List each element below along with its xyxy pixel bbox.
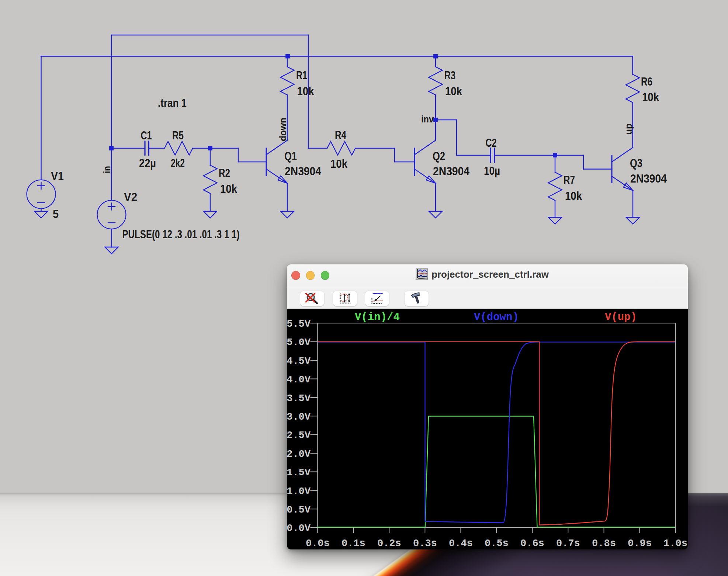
svg-text:0.0s: 0.0s [306, 538, 330, 549]
svg-text:R2: R2 [219, 166, 230, 180]
svg-text:R1: R1 [296, 69, 307, 82]
svg-text:1.0s: 1.0s [663, 538, 687, 549]
svg-text:10k: 10k [445, 84, 462, 98]
svg-text:R3: R3 [444, 69, 455, 82]
svg-text:Q2: Q2 [433, 149, 445, 163]
svg-text:3.0V: 3.0V [287, 412, 311, 423]
svg-text:22µ: 22µ [139, 156, 156, 170]
svg-text:10k: 10k [220, 182, 237, 195]
svg-text:0.8s: 0.8s [592, 538, 616, 549]
svg-text:.tran 1: .tran 1 [158, 96, 187, 110]
svg-text:5: 5 [53, 207, 59, 221]
svg-text:2N3904: 2N3904 [285, 164, 321, 178]
svg-text:R6: R6 [641, 75, 652, 88]
svg-text:10k: 10k [330, 157, 347, 170]
svg-text:4.0V: 4.0V [287, 374, 311, 385]
svg-text:2.5V: 2.5V [287, 430, 311, 441]
svg-text:0.9s: 0.9s [628, 538, 652, 549]
svg-text:V(up): V(up) [605, 311, 637, 323]
svg-text:5.0V: 5.0V [287, 337, 311, 348]
svg-text:1.0V: 1.0V [287, 486, 311, 497]
svg-text:5.5V: 5.5V [287, 319, 311, 330]
svg-text:PULSE(0 12 .3 .01 .01 .3 1 1): PULSE(0 12 .3 .01 .01 .3 1 1) [122, 228, 240, 241]
svg-text:0.4s: 0.4s [449, 538, 473, 549]
svg-text:Q1: Q1 [284, 149, 297, 163]
svg-text:2N3904: 2N3904 [433, 164, 469, 178]
svg-text:2N3904: 2N3904 [630, 172, 667, 185]
svg-text:0.6s: 0.6s [520, 538, 544, 549]
svg-text:0.5s: 0.5s [485, 538, 509, 549]
svg-text:10k: 10k [642, 90, 659, 104]
svg-text:inv: inv [421, 114, 434, 125]
svg-text:R7: R7 [564, 173, 575, 187]
svg-text:V1: V1 [51, 169, 64, 183]
svg-text:V(in)/4: V(in)/4 [355, 311, 400, 323]
svg-text:down: down [277, 118, 288, 141]
svg-text:4.5V: 4.5V [287, 356, 311, 367]
svg-text:0.1s: 0.1s [342, 538, 365, 549]
svg-text:R5: R5 [172, 129, 184, 142]
svg-text:C1: C1 [141, 129, 152, 142]
svg-text:2.0V: 2.0V [287, 449, 311, 460]
svg-text:10µ: 10µ [484, 164, 500, 177]
svg-text:Q3: Q3 [630, 156, 642, 170]
svg-text:10k: 10k [297, 84, 314, 98]
svg-text:C2: C2 [486, 136, 497, 149]
svg-text:2k2: 2k2 [171, 156, 185, 170]
svg-text:R4: R4 [335, 128, 346, 142]
svg-text:0.3s: 0.3s [413, 538, 437, 549]
svg-text:0.5V: 0.5V [287, 504, 311, 516]
svg-text:0.7s: 0.7s [556, 538, 580, 549]
svg-text:up: up [623, 124, 634, 135]
svg-text:in: in [101, 166, 112, 173]
svg-text:V(down): V(down) [474, 311, 519, 323]
svg-text:V2: V2 [124, 190, 137, 204]
svg-text:1.5V: 1.5V [287, 467, 311, 478]
svg-text:3.5V: 3.5V [287, 393, 311, 404]
svg-text:0.2s: 0.2s [377, 538, 401, 549]
svg-text:10k: 10k [565, 189, 582, 202]
svg-text:0.0V: 0.0V [287, 523, 311, 534]
